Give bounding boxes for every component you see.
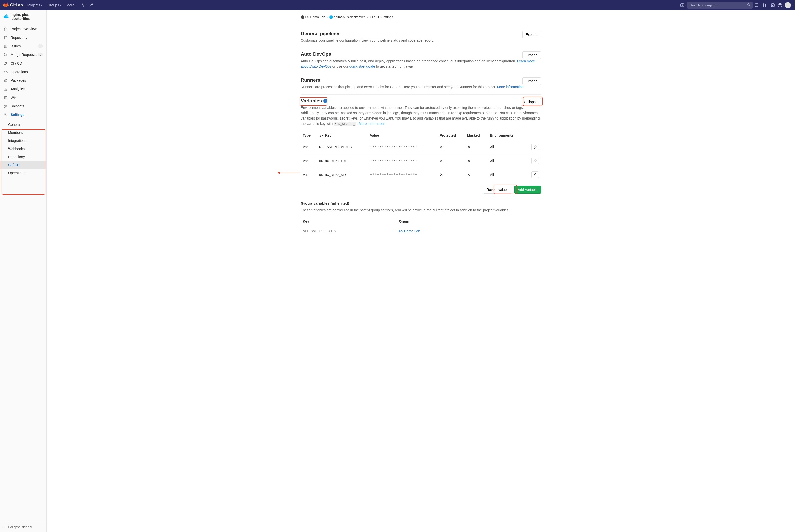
- var-key: NGINX_REPO_KEY: [317, 168, 368, 182]
- svg-point-23: [5, 114, 6, 115]
- sidebar-item-settings[interactable]: Settings: [0, 110, 46, 119]
- breadcrumb-project[interactable]: nginx-plus-dockerfiles: [334, 15, 366, 19]
- col-protected[interactable]: Protected: [438, 131, 465, 140]
- sidebar-item-issues[interactable]: Issues0: [0, 42, 46, 51]
- col-type[interactable]: Type: [301, 131, 317, 140]
- subnav-integrations[interactable]: Integrations: [0, 137, 46, 145]
- chevron-down-icon: ▾: [75, 4, 77, 6]
- subnav-repository[interactable]: Repository: [0, 153, 46, 161]
- inherited-variables-table: Key Origin GIT_SSL_NO_VERIFYF5 Demo Lab: [301, 217, 541, 236]
- section-title: Runners: [301, 77, 541, 83]
- user-menu[interactable]: ▾: [785, 0, 793, 10]
- nav-projects[interactable]: Projects▾: [25, 0, 45, 10]
- wrench-icon[interactable]: [87, 0, 95, 10]
- sidebar-item-overview[interactable]: Project overview: [0, 25, 46, 33]
- issues-icon: [3, 44, 7, 48]
- subnav-members[interactable]: Members: [0, 129, 46, 137]
- subnav-cicd[interactable]: CI / CD: [0, 161, 46, 169]
- section-description: Runners are processes that pick up and e…: [301, 84, 541, 90]
- svg-rect-8: [4, 16, 4, 17]
- edit-variable-button[interactable]: [531, 144, 539, 150]
- subnav-webhooks[interactable]: Webhooks: [0, 145, 46, 153]
- section-auto-devops: Expand Auto DevOps Auto DevOps can autom…: [301, 48, 541, 74]
- book-icon: [3, 96, 7, 100]
- sidebar-item-merge-requests[interactable]: Merge Requests0: [0, 51, 46, 59]
- breadcrumb-group[interactable]: F5 Demo Lab: [305, 15, 325, 19]
- main-content: F5 Demo Lab › nginx-plus-dockerfiles › C…: [295, 10, 547, 532]
- pencil-icon: [533, 145, 537, 149]
- sidebar-item-repository[interactable]: Repository: [0, 33, 46, 42]
- gear-icon: [3, 113, 7, 117]
- edit-variable-button[interactable]: [531, 157, 539, 164]
- help-icon[interactable]: ▾: [777, 0, 785, 10]
- breadcrumb-separator: ›: [367, 15, 368, 19]
- k8s-secret-code: K8S_SECRET_: [334, 122, 356, 126]
- merge-requests-shortcut-icon[interactable]: [761, 0, 769, 10]
- section-description: Auto DevOps can automatically build, tes…: [301, 58, 541, 69]
- col-environments[interactable]: Environments: [488, 131, 525, 140]
- inherited-key: GIT_SSL_NO_VERIFY: [301, 226, 397, 236]
- sidebar-item-packages[interactable]: Packages: [0, 76, 46, 85]
- collapse-sidebar[interactable]: « Collapse sidebar: [0, 522, 46, 532]
- todos-icon[interactable]: [769, 0, 777, 10]
- variables-more-info-link[interactable]: More information: [359, 121, 385, 126]
- project-context-header[interactable]: nginx-plus-dockerfiles: [0, 10, 46, 23]
- add-variable-button[interactable]: Add Variable: [514, 186, 541, 194]
- col-key[interactable]: ▲▼Key: [317, 131, 368, 140]
- svg-point-17: [4, 53, 5, 54]
- col-masked[interactable]: Masked: [465, 131, 488, 140]
- nav-more[interactable]: More▾: [64, 0, 79, 10]
- cloud-icon: [3, 70, 7, 74]
- edit-variable-button[interactable]: [531, 171, 539, 178]
- breadcrumb-current: CI / CD Settings: [370, 15, 393, 19]
- inherited-origin-link[interactable]: F5 Demo Lab: [399, 229, 420, 233]
- var-environment: All: [488, 168, 525, 182]
- var-value: ********************: [368, 140, 437, 154]
- var-type: Var: [301, 168, 317, 182]
- gitlab-brand[interactable]: GitLab: [3, 2, 23, 8]
- variables-actions: Reveal values Add Variable: [301, 186, 541, 194]
- sidebar-item-analytics[interactable]: Analytics: [0, 85, 46, 93]
- expand-runners-button[interactable]: Expand: [522, 77, 541, 85]
- gitlab-logo-icon: [3, 2, 8, 8]
- runners-more-info-link[interactable]: More information: [497, 85, 524, 89]
- subnav-general[interactable]: General: [0, 120, 46, 129]
- sidebar-item-snippets[interactable]: Snippets: [0, 102, 46, 110]
- section-general-pipelines: Expand General pipelines Customize your …: [301, 27, 541, 48]
- expand-autodevops-button[interactable]: Expand: [522, 52, 541, 59]
- table-row: VarNGINX_REPO_KEY********************✕✕A…: [301, 168, 541, 182]
- nav-groups[interactable]: Groups▾: [45, 0, 64, 10]
- svg-point-19: [6, 55, 7, 56]
- svg-rect-2: [755, 3, 758, 6]
- issues-shortcut-icon[interactable]: [753, 0, 761, 10]
- svg-point-22: [4, 107, 5, 108]
- quick-start-guide-link[interactable]: quick start guide: [349, 64, 375, 68]
- var-protected: ✕: [438, 168, 465, 182]
- sidebar-item-wiki[interactable]: Wiki: [0, 93, 46, 102]
- col-value[interactable]: Value: [368, 131, 437, 140]
- svg-point-5: [765, 5, 766, 6]
- group-variables: Group variables (inherited) These variab…: [301, 201, 541, 236]
- svg-rect-14: [6, 15, 7, 16]
- sidebar-item-cicd[interactable]: CI / CD: [0, 59, 46, 68]
- issues-count-badge: 0: [38, 44, 43, 48]
- reveal-values-button[interactable]: Reveal values: [483, 186, 512, 194]
- group-variables-title: Group variables (inherited): [301, 201, 541, 206]
- group-avatar-icon: [301, 15, 304, 19]
- annotation-arrow: [277, 171, 300, 174]
- var-key: NGINX_REPO_CRT: [317, 154, 368, 168]
- collapse-variables-button[interactable]: Collapse: [520, 98, 541, 106]
- sidebar-item-operations[interactable]: Operations: [0, 68, 46, 76]
- variables-table: Type ▲▼Key Value Protected Masked Enviro…: [301, 131, 541, 182]
- subnav-operations[interactable]: Operations: [0, 169, 46, 177]
- chevron-double-left-icon: «: [3, 525, 5, 529]
- plus-dropdown[interactable]: ▾: [679, 0, 687, 10]
- help-icon[interactable]: [323, 99, 327, 103]
- expand-general-button[interactable]: Expand: [522, 31, 541, 38]
- search-input[interactable]: [687, 2, 753, 8]
- var-masked: ✕: [465, 168, 488, 182]
- pencil-icon: [533, 159, 537, 163]
- activity-icon[interactable]: [79, 0, 87, 10]
- var-key: GIT_SSL_NO_VERIFY: [317, 140, 368, 154]
- merge-icon: [3, 53, 7, 57]
